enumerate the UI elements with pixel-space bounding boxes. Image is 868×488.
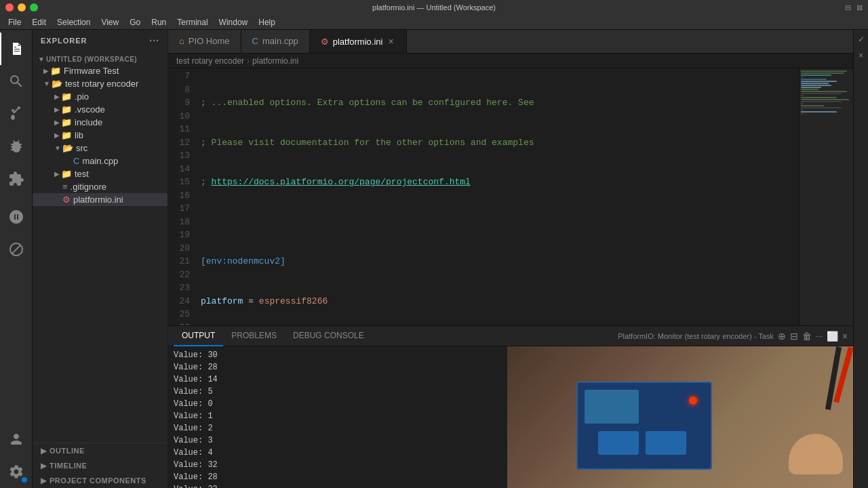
- sidebar-item-platformio-ini[interactable]: ⚙ platformio.ini: [33, 193, 167, 206]
- relay-2: [646, 431, 686, 455]
- sidebar-more[interactable]: ···: [149, 35, 159, 46]
- minimize-button[interactable]: [18, 3, 26, 12]
- sidebar-item-test-rotary[interactable]: ▼ 📂 test rotary encoder: [33, 77, 167, 90]
- hand: [789, 434, 843, 474]
- sidebar-item-main-cpp[interactable]: C main.cpp: [33, 155, 167, 167]
- panel-more-btn[interactable]: ···: [816, 331, 823, 341]
- code-content[interactable]: ; ...enabled options. Extra options can …: [195, 68, 799, 325]
- code-line-7: ; ...enabled options. Extra options can …: [195, 96, 799, 110]
- menu-view[interactable]: View: [96, 15, 124, 29]
- panel-maximize-btn[interactable]: ⬜: [827, 331, 838, 342]
- editor-area: ⌂ PIO Home C main.cpp ⚙ platformio.ini ×…: [168, 30, 853, 488]
- code-line-11: [env:nodenmcuv2]: [195, 255, 799, 268]
- window-title: platformio.ini — Untitled (Workspace): [372, 3, 496, 12]
- relay-1: [598, 431, 639, 455]
- menu-file[interactable]: File: [3, 15, 26, 29]
- menu-selection[interactable]: Selection: [52, 15, 96, 29]
- panel-area: OUTPUT PROBLEMS DEBUG CONSOLE PlatformIO…: [168, 325, 853, 488]
- hardware-image-panel: [507, 346, 853, 488]
- activity-explorer[interactable]: [0, 33, 33, 65]
- activity-source-control[interactable]: [0, 98, 33, 130]
- maximize-button[interactable]: [30, 3, 38, 12]
- layout-icon[interactable]: ⊟: [845, 3, 851, 12]
- sidebar-item-pio[interactable]: ▶ 📁 .pio: [33, 90, 167, 103]
- code-line-8: ; Please visit documentation for the oth…: [195, 136, 799, 150]
- sidebar-item-test[interactable]: ▶ 📁 test: [33, 167, 167, 180]
- sidebar-bottom: ▶ OUTLINE ▶ TIMELINE ▶ PROJECT COMPONENT…: [33, 443, 167, 488]
- sidebar-header: Explorer ···: [33, 30, 167, 52]
- tab-close-button[interactable]: ×: [387, 36, 395, 47]
- close-button[interactable]: [5, 3, 14, 12]
- activity-extensions[interactable]: [0, 163, 33, 195]
- menu-go[interactable]: Go: [124, 15, 146, 29]
- hardware-image: [507, 346, 853, 488]
- activity-settings[interactable]: [0, 455, 33, 488]
- notification-dot: [22, 477, 27, 483]
- sidebar-item-firmware-test[interactable]: ▶ 📁 Firmware Test: [33, 64, 167, 77]
- menu-window[interactable]: Window: [214, 15, 254, 29]
- panel-add-btn[interactable]: ⊕: [778, 331, 786, 342]
- sidebar: Explorer ··· ▼ UNTITLED (WORKSPACE) ▶ 📁 …: [33, 30, 168, 488]
- minimap: [799, 68, 853, 325]
- app-body: Explorer ··· ▼ UNTITLED (WORKSPACE) ▶ 📁 …: [0, 30, 868, 488]
- sidebar-item-src[interactable]: ▼ 📂 src: [33, 142, 167, 155]
- activity-debug[interactable]: [0, 130, 33, 163]
- minimap-content: [800, 68, 853, 117]
- ini-icon: ⚙: [321, 37, 329, 47]
- menu-edit[interactable]: Edit: [26, 15, 52, 29]
- outline-section[interactable]: ▶ OUTLINE: [33, 443, 167, 458]
- panel-close-btn[interactable]: ×: [842, 331, 848, 342]
- tab-pio-home[interactable]: ⌂ PIO Home: [168, 30, 241, 53]
- activity-platformio[interactable]: [0, 201, 33, 233]
- tab-main-cpp[interactable]: C main.cpp: [241, 30, 310, 53]
- file-tree: ▼ UNTITLED (WORKSPACE) ▶ 📁 Firmware Test…: [33, 52, 167, 209]
- panel-controls: PlatformIO: Monitor (test rotary encoder…: [618, 331, 848, 342]
- code-line-12: platform = espressif8266: [195, 295, 799, 308]
- menu-terminal[interactable]: Terminal: [172, 15, 213, 29]
- code-editor[interactable]: 7 8 9 10 11 12 13 14 15 16 17 18 19 20 2…: [168, 68, 853, 325]
- activity-bar: [0, 30, 33, 488]
- output-task-label: PlatformIO: Monitor (test rotary encoder…: [618, 332, 774, 340]
- code-line-9: ; https://docs.platformio.org/page/proje…: [195, 176, 799, 189]
- tab-platformio-ini[interactable]: ⚙ platformio.ini ×: [310, 30, 407, 53]
- panel-tab-output[interactable]: OUTPUT: [174, 326, 223, 346]
- breadcrumb: test rotary encoder › platformio.ini: [168, 54, 853, 68]
- sidebar-item-include[interactable]: ▶ 📁 include: [33, 116, 167, 129]
- right-bar-x[interactable]: ×: [854, 49, 868, 62]
- project-components-section[interactable]: ▶ PROJECT COMPONENTS: [33, 473, 167, 488]
- led-red: [689, 396, 697, 405]
- panel-tab-problems[interactable]: PROBLEMS: [223, 326, 285, 346]
- expand-arrow: ▼: [38, 56, 45, 63]
- esp-board: [576, 382, 712, 470]
- line-numbers: 7 8 9 10 11 12 13 14 15 16 17 18 19 20 2…: [168, 68, 195, 325]
- cpp-icon: C: [252, 36, 258, 46]
- timeline-section[interactable]: ▶ TIMELINE: [33, 458, 167, 473]
- window-controls: ⊟ ⊠: [845, 3, 863, 12]
- workspace-root[interactable]: ▼ UNTITLED (WORKSPACE): [33, 54, 167, 64]
- pio-home-icon: ⌂: [179, 36, 184, 46]
- menubar: File Edit Selection View Go Run Terminal…: [0, 15, 868, 30]
- panel-tab-debug-console[interactable]: DEBUG CONSOLE: [285, 326, 372, 346]
- right-bar: ✓ ×: [853, 30, 868, 488]
- activity-remote[interactable]: [0, 233, 33, 266]
- tab-bar: ⌂ PIO Home C main.cpp ⚙ platformio.ini ×: [168, 30, 853, 54]
- menu-run[interactable]: Run: [146, 15, 172, 29]
- activity-search[interactable]: [0, 65, 33, 98]
- panel-split-btn[interactable]: ⊟: [790, 331, 798, 342]
- panel-trash-btn[interactable]: 🗑: [802, 331, 812, 342]
- code-line-10: [195, 216, 799, 229]
- split-icon[interactable]: ⊠: [856, 3, 863, 12]
- activity-account[interactable]: [0, 423, 33, 455]
- sidebar-item-lib[interactable]: ▶ 📁 lib: [33, 129, 167, 142]
- right-bar-check[interactable]: ✓: [854, 33, 868, 46]
- panel-content: Value: 30 Value: 28 Value: 14 Value: 5 V…: [168, 346, 853, 488]
- traffic-lights: [5, 3, 38, 12]
- menu-help[interactable]: Help: [253, 15, 281, 29]
- sidebar-item-gitignore[interactable]: ≡ .gitignore: [33, 180, 167, 193]
- sidebar-item-vscode[interactable]: ▶ 📁 .vscode: [33, 103, 167, 116]
- titlebar: platformio.ini — Untitled (Workspace) ⊟ …: [0, 0, 868, 15]
- output-text[interactable]: Value: 30 Value: 28 Value: 14 Value: 5 V…: [168, 346, 507, 488]
- panel-tabs: OUTPUT PROBLEMS DEBUG CONSOLE PlatformIO…: [168, 326, 853, 346]
